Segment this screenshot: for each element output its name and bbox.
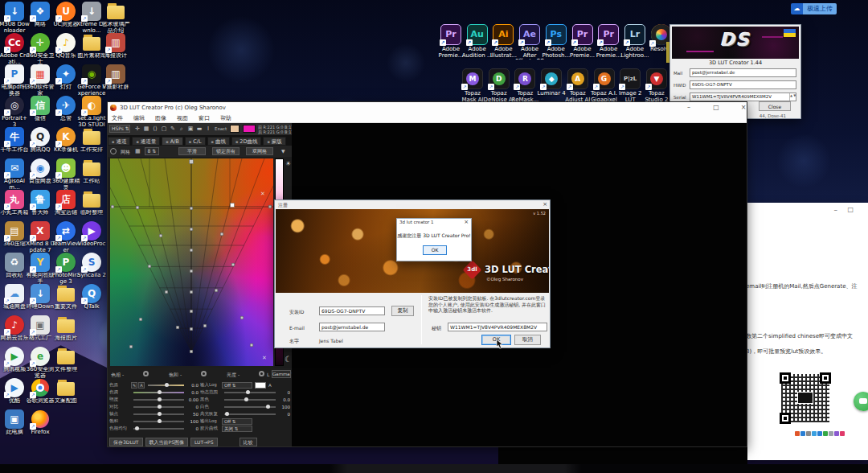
black-point-icon[interactable]: ☾ <box>285 355 292 364</box>
bottom-button[interactable]: 保存3DLUT <box>109 438 143 446</box>
tool-icon[interactable]: ▦ <box>142 125 150 133</box>
grid-node[interactable] <box>190 228 193 231</box>
desktop-icon[interactable]: ▥↗海报设计 <box>103 33 129 64</box>
menu-item[interactable]: 编辑 <box>133 114 145 122</box>
desktop-icon[interactable]: e↗360安全浏览器 <box>27 347 53 377</box>
remove-node-icon[interactable]: ✕ <box>262 355 267 361</box>
menu-item[interactable]: 图像 <box>155 114 166 122</box>
desktop-icon[interactable]: 工作安排 <box>79 127 104 158</box>
slider-knob[interactable] <box>158 405 162 409</box>
grid-button-0[interactable]: 平滑 <box>178 147 206 155</box>
doc-minimize-button[interactable]: – <box>834 206 838 214</box>
menu-item[interactable]: 窗口 <box>199 114 210 122</box>
shortcut-icon[interactable]: Au↗Adobe Audition ... <box>465 24 490 66</box>
tab-曲线[interactable]: ▪曲线 <box>207 137 230 146</box>
grid-node[interactable] <box>190 350 193 353</box>
white-point-icon[interactable]: ☀ <box>285 160 292 167</box>
tab-蒙版[interactable]: ▪蒙版 <box>263 137 285 146</box>
channel-knob[interactable] <box>143 371 149 376</box>
shortcut-icon[interactable]: Pr↗Adobe Premie... <box>438 24 464 66</box>
mini-toolbar-icon[interactable] <box>840 431 845 436</box>
desktop-icon[interactable]: ▶↗VideoProc <box>79 221 104 252</box>
desktop-icon[interactable]: Cc↗Adobe Creati... <box>2 33 27 64</box>
bottom-button[interactable]: 载入当前PS图像 <box>145 438 188 446</box>
gamma-select[interactable]: Gamma ⇅ <box>272 370 291 378</box>
shortcut-icon[interactable]: Pr↗Adobe Premie... <box>570 24 596 66</box>
mini-toolbar-icon[interactable] <box>812 431 817 436</box>
desktop-icon[interactable]: 鲁↗鲁大师 <box>27 190 53 220</box>
menu-item[interactable]: 文件 <box>112 114 123 122</box>
desktop-icon[interactable]: ✉↗AgisoAlm... <box>2 158 27 189</box>
tab-通道量[interactable]: ▪通道量 <box>132 137 160 146</box>
email-input[interactable]: post@jernstabel.de <box>319 323 385 331</box>
slider-knob[interactable] <box>165 383 169 387</box>
tool-icon[interactable]: ⌕ <box>178 125 186 133</box>
maximize-button[interactable]: □ <box>707 102 725 113</box>
grid-node[interactable] <box>190 269 193 273</box>
tool-icon[interactable]: ⟨⟩ <box>151 125 159 133</box>
desktop-icon[interactable]: ▥↗V摄影社群 <box>103 64 129 95</box>
keygen-serial-input[interactable]: W11WM1=TJV8V4PVR409MEX8M2V▲ ▼ <box>690 93 796 101</box>
grid-node[interactable] <box>190 310 193 313</box>
slider-track[interactable] <box>224 406 276 408</box>
netdisk-upload-widget[interactable]: ☁ 极速上传 <box>791 3 837 14</box>
desktop-icon[interactable]: Q↗腾讯QQ <box>27 127 53 158</box>
desktop-icon[interactable]: ♪↗网易云音乐 <box>2 315 27 346</box>
desktop-icon[interactable]: 重要文件 <box>53 284 79 315</box>
desktop-icon[interactable]: ◉↗百度网盘 <box>27 158 53 189</box>
keygen-mail-input[interactable]: post@jernstabel.de <box>690 68 796 77</box>
eyedropper-icon[interactable]: ✎ <box>131 382 137 389</box>
slider-track[interactable] <box>148 385 184 386</box>
shortcut-icon[interactable]: Ai↗Adobe Illustrat... <box>490 24 516 66</box>
desktop-icon[interactable]: ▶↗优酷 <box>2 378 27 409</box>
color-swatch-before[interactable] <box>230 125 240 133</box>
desktop-icon[interactable]: ↗Firefox <box>27 409 53 440</box>
mini-toolbar-icon[interactable] <box>817 431 822 436</box>
desktop-icon[interactable]: ♪↗QQ音乐 <box>53 33 79 64</box>
desktop-icon[interactable]: ✛↗360安全卫士 <box>27 33 53 64</box>
desktop-icon[interactable]: ⇄↗TeamViewer <box>53 221 79 252</box>
filter-dropdown-icon[interactable]: ▼ <box>281 148 285 154</box>
desktop-icon[interactable]: 丸↗小丸工具箱 <box>2 190 27 220</box>
desktop-icon[interactable]: ✦↗灯灯 <box>53 64 79 95</box>
tab-2D曲线[interactable]: ▪2D曲线 <box>231 137 262 146</box>
slider-track[interactable] <box>133 428 184 430</box>
desktop-icon[interactable]: P↗电脑pdf转换器 <box>2 64 27 95</box>
desktop-icon[interactable]: 临时整理 <box>79 190 104 220</box>
grid-node[interactable] <box>165 290 168 294</box>
tool-icon[interactable]: I <box>204 125 212 133</box>
slider-knob[interactable] <box>158 397 162 401</box>
slider-select[interactable]: Off ⇅ <box>222 382 252 389</box>
desktop-icon[interactable]: ❖↗网络 <box>27 2 53 32</box>
spinner-icon[interactable]: ▲ ▼ <box>789 93 795 101</box>
mini-toolbar-icon[interactable] <box>795 431 800 436</box>
channel-knob[interactable] <box>259 371 264 376</box>
desktop-icon[interactable]: S↗Syncaila 2 <box>79 253 104 283</box>
grid-node[interactable] <box>111 205 114 208</box>
desktop-icon[interactable]: 工作站 <box>79 158 104 189</box>
slider-select[interactable]: 关闭 ⇅ <box>222 426 252 432</box>
grid-node[interactable] <box>190 290 193 294</box>
grid-node[interactable] <box>250 343 253 347</box>
key-input[interactable]: W11WM1=TJV8V4PVR409MEX8M2V <box>448 323 547 331</box>
desktop-icon[interactable]: U↗UC浏览器 <box>53 2 79 32</box>
slider-knob[interactable] <box>225 412 229 416</box>
shortcut-icon[interactable]: Lr↗Adobe Lightroo... <box>622 24 648 66</box>
grid-button-1[interactable]: 锁定所有 <box>212 147 240 155</box>
desktop-icon[interactable]: Q↗QTalk <box>79 284 104 315</box>
keygen-hwid-input[interactable]: 69DS-OG7-DNPTV <box>690 80 796 89</box>
desktop-icon[interactable]: ◐↗set.a.light 3D STUDIO <box>79 96 104 126</box>
grid-node[interactable] <box>190 160 194 164</box>
slider-track[interactable] <box>133 421 184 422</box>
desktop-icon[interactable]: Y↗有奖问答助手 <box>27 253 53 283</box>
desktop-icon[interactable]: 店↗淘宝店铺 <box>53 190 79 220</box>
desktop-icon[interactable]: ▦↗360软件管家 <box>27 64 53 95</box>
slider-track[interactable] <box>224 413 276 415</box>
reset-grid-icon[interactable] <box>110 148 117 154</box>
remove-node-icon[interactable]: ✕ <box>260 191 265 197</box>
doc-mini-toolbar[interactable] <box>795 431 845 436</box>
grid-node[interactable] <box>190 249 193 252</box>
log-color-swatch[interactable] <box>255 382 266 389</box>
grid-node[interactable] <box>215 289 218 292</box>
grid-node[interactable] <box>148 265 151 268</box>
